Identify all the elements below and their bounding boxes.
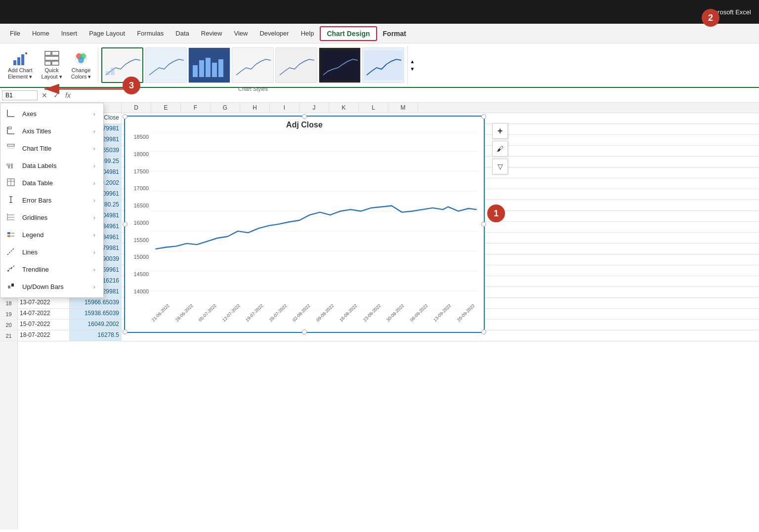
svg-rect-9 xyxy=(52,61,59,65)
cell-c21[interactable]: 16278.5 xyxy=(70,330,122,341)
add-chart-element-button[interactable]: Add ChartElement ▾ xyxy=(4,46,37,84)
legend-icon xyxy=(6,230,17,240)
col-header-i[interactable]: I xyxy=(270,103,299,113)
menu-chart-design[interactable]: Chart Design xyxy=(320,26,377,41)
chart-handle-mr[interactable] xyxy=(481,222,486,227)
svg-rect-14 xyxy=(103,50,142,80)
chart-handle-bm[interactable] xyxy=(302,329,307,334)
annotation-2: 2 xyxy=(702,9,719,27)
chart-styles-label: Chart Styles xyxy=(238,86,268,92)
chart-container[interactable]: Adj Close 18500 18000 17500 17000 16500 … xyxy=(124,116,485,333)
chart-style-2[interactable] xyxy=(145,47,187,83)
grid-area: Date Adj Close 15479981 15629981 1556503… xyxy=(18,113,759,530)
cell-b20[interactable]: 15-07-2022 xyxy=(18,320,70,330)
menu-help[interactable]: Help xyxy=(295,27,320,40)
change-colors-icon xyxy=(73,50,89,66)
col-header-f[interactable]: F xyxy=(181,103,211,113)
col-header-k[interactable]: K xyxy=(329,103,359,113)
chart-handle-tl[interactable] xyxy=(123,114,127,119)
data-table-icon xyxy=(6,178,17,188)
chart-style-1[interactable] xyxy=(101,47,143,83)
dropdown-item-chart-title[interactable]: Chart Title › xyxy=(0,140,103,157)
chart-style-4[interactable] xyxy=(232,47,274,83)
menu-review[interactable]: Review xyxy=(195,27,228,40)
col-header-m[interactable]: M xyxy=(388,103,418,113)
dropdown-item-axes[interactable]: Axes › xyxy=(0,105,103,123)
col-header-g[interactable]: G xyxy=(211,103,240,113)
dropdown-updown-bars-label: Up/Down Bars xyxy=(22,283,64,290)
dropdown-item-legend[interactable]: Legend › xyxy=(0,226,103,244)
row-num-18[interactable]: 18 xyxy=(0,298,17,309)
chart-title-arrow-icon: › xyxy=(93,145,95,152)
dropdown-item-gridlines[interactable]: Gridlines › xyxy=(0,209,103,226)
menu-insert[interactable]: Insert xyxy=(55,27,84,40)
error-bars-icon xyxy=(6,195,17,205)
cell-c18[interactable]: 15966.65039 xyxy=(70,298,122,309)
svg-rect-2 xyxy=(21,54,24,65)
dropdown-item-error-bars[interactable]: Error Bars › xyxy=(0,192,103,209)
row-num-20[interactable]: 20 xyxy=(0,320,17,330)
dropdown-item-axis-titles[interactable]: Axis Titles › xyxy=(0,123,103,140)
axes-arrow-icon: › xyxy=(93,110,95,118)
chart-handle-br[interactable] xyxy=(481,329,486,334)
cell-b19[interactable]: 14-07-2022 xyxy=(18,309,70,320)
menu-page-layout[interactable]: Page Layout xyxy=(83,27,131,40)
svg-rect-46 xyxy=(11,164,13,168)
row-num-21[interactable]: 21 xyxy=(0,330,17,341)
chart-handle-bl[interactable] xyxy=(123,329,127,334)
col-header-d[interactable]: D xyxy=(122,103,151,113)
menu-data[interactable]: Data xyxy=(169,27,195,40)
menu-file[interactable]: File xyxy=(4,27,26,40)
col-header-h[interactable]: H xyxy=(240,103,270,113)
svg-rect-6 xyxy=(52,51,59,55)
chart-style-3[interactable] xyxy=(188,47,230,83)
menu-home[interactable]: Home xyxy=(26,27,55,40)
menu-formulas[interactable]: Formulas xyxy=(131,27,169,40)
dropdown-item-data-table[interactable]: Data Table › xyxy=(0,174,103,192)
col-header-l[interactable]: L xyxy=(359,103,388,113)
dropdown-axes-label: Axes xyxy=(22,110,37,118)
cell-b18[interactable]: 13-07-2022 xyxy=(18,298,70,309)
dropdown-item-lines[interactable]: Lines › xyxy=(0,244,103,261)
add-chart-element-dropdown: Axes › Axis Titles › Chart Title › Data … xyxy=(0,103,104,298)
svg-rect-25 xyxy=(277,50,316,80)
svg-rect-17 xyxy=(147,50,185,80)
chart-style-6[interactable] xyxy=(319,47,361,83)
svg-rect-58 xyxy=(7,232,10,234)
row-num-19[interactable]: 19 xyxy=(0,309,17,320)
col-header-e[interactable]: E xyxy=(151,103,181,113)
col-header-j[interactable]: J xyxy=(299,103,329,113)
chart-filter-button[interactable]: ▽ xyxy=(492,159,508,174)
dropdown-item-data-labels[interactable]: Data Labels › xyxy=(0,157,103,174)
svg-point-64 xyxy=(11,268,12,269)
name-box[interactable] xyxy=(2,90,38,100)
chart-handle-tm[interactable] xyxy=(302,114,307,119)
dropdown-gridlines-label: Gridlines xyxy=(22,214,47,221)
dropdown-item-trendline[interactable]: Trendline › xyxy=(0,261,103,278)
chart-handle-tr[interactable] xyxy=(481,114,486,119)
chart-add-element-button[interactable]: + xyxy=(492,123,508,139)
cell-c20[interactable]: 16049.2002 xyxy=(70,320,122,330)
trendline-arrow-icon: › xyxy=(93,266,95,273)
ribbon-scroll-button[interactable]: ▲ ▼ xyxy=(407,46,417,84)
y-axis-labels: 18500 18000 17500 17000 16500 16000 1550… xyxy=(125,131,151,309)
menu-developer[interactable]: Developer xyxy=(253,27,295,40)
menu-view[interactable]: View xyxy=(228,27,253,40)
cell-b21[interactable]: 18-07-2022 xyxy=(18,330,70,341)
svg-rect-65 xyxy=(8,286,10,288)
change-colors-label: ChangeColors ▾ xyxy=(71,67,91,80)
svg-rect-8 xyxy=(45,61,51,65)
svg-rect-7 xyxy=(45,56,59,60)
chart-style-5[interactable] xyxy=(275,47,317,83)
svg-rect-20 xyxy=(199,60,204,77)
chart-style-7[interactable] xyxy=(362,47,404,83)
cell-c19[interactable]: 15938.65039 xyxy=(70,309,122,320)
svg-line-62 xyxy=(7,248,14,255)
chart-handle-ml[interactable] xyxy=(123,222,127,227)
dropdown-trendline-label: Trendline xyxy=(22,266,49,273)
menu-format[interactable]: Format xyxy=(377,27,412,41)
dropdown-item-updown-bars[interactable]: Up/Down Bars › xyxy=(0,278,103,295)
axis-titles-icon xyxy=(6,126,17,136)
chart-brush-button[interactable]: 🖌 xyxy=(492,141,508,157)
formula-input[interactable] xyxy=(75,90,757,100)
